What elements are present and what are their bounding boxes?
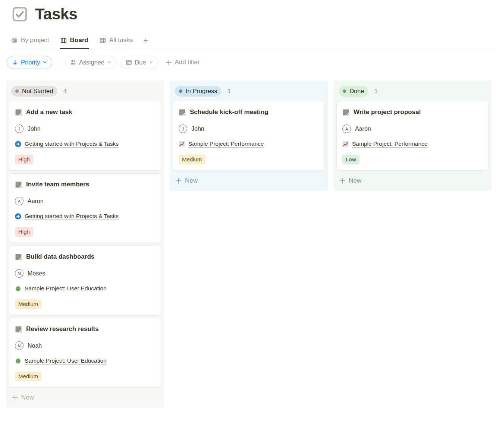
status-dot-icon	[179, 89, 182, 93]
page-icon	[15, 181, 22, 188]
page-title[interactable]: Tasks	[35, 5, 77, 23]
priority-row: High	[15, 227, 155, 237]
add-filter-label: Add filter	[175, 59, 200, 66]
card-title-row: Schedule kick-off meeting	[179, 107, 319, 117]
project-link[interactable]: Getting started with Projects & Tasks	[25, 213, 119, 220]
plus-icon	[176, 178, 182, 184]
chart-increasing-icon	[342, 141, 349, 147]
project-link[interactable]: Sample Project: User Education	[25, 285, 107, 292]
new-task-label: New	[349, 177, 361, 184]
assignee-name: Noah	[28, 343, 42, 349]
tab-by-project[interactable]: By project	[10, 35, 50, 49]
priority-filter-label: Priority	[21, 59, 40, 66]
new-task-button[interactable]: New	[173, 173, 325, 188]
priority-row: Low	[342, 155, 483, 164]
view-tabs: By project Board All tasks +	[10, 35, 493, 49]
arrow-circle-icon	[15, 141, 21, 147]
board-column-not-started: Not Started 4 Add a new task J John Gett…	[6, 81, 164, 408]
priority-sort-pill[interactable]: Priority	[7, 56, 52, 69]
assignee-name: John	[191, 126, 204, 132]
arrow-down-icon	[12, 59, 18, 66]
project-row: Getting started with Projects & Tasks	[15, 213, 155, 220]
card-title-row: Invite team members	[15, 180, 155, 189]
assignee-filter-pill[interactable]: Assignee	[65, 56, 117, 69]
target-icon	[11, 37, 18, 44]
priority-tag: Medium	[179, 155, 205, 164]
task-card-write-project-proposal[interactable]: Write project proposal A Aaron Sample Pr…	[336, 101, 489, 171]
task-title: Schedule kick-off meeting	[190, 107, 269, 117]
card-list: Write project proposal A Aaron Sample Pr…	[336, 101, 489, 171]
priority-row: High	[15, 155, 155, 164]
project-row: Sample Project: User Education	[15, 285, 155, 292]
assignee-row: J John	[179, 124, 319, 133]
filter-bar: Priority Assignee Due Add filter	[7, 55, 499, 69]
card-list: Schedule kick-off meeting J John Sample …	[173, 101, 325, 171]
status-dot-icon	[343, 89, 346, 93]
checkbox-icon[interactable]	[11, 6, 28, 23]
page-icon	[15, 253, 22, 261]
table-icon	[100, 37, 106, 44]
green-apple-icon	[15, 285, 21, 292]
project-row: Sample Project: Performance	[342, 141, 483, 147]
tab-all-tasks[interactable]: All tasks	[99, 35, 134, 49]
add-filter-button[interactable]: Add filter	[166, 59, 200, 66]
card-title-row: Build data dashboards	[15, 252, 155, 262]
assignee-row: J John	[15, 124, 155, 133]
task-card-invite-team-members[interactable]: Invite team members A Aaron Getting star…	[9, 173, 161, 243]
task-card-add-a-new-task[interactable]: Add a new task J John Getting started wi…	[9, 101, 161, 171]
page-icon	[15, 326, 22, 333]
kanban-board: Not Started 4 Add a new task J John Gett…	[6, 81, 499, 408]
priority-row: Medium	[15, 372, 155, 381]
avatar: A	[15, 197, 23, 205]
task-card-review-research-results[interactable]: Review research results N Noah Sample Pr…	[9, 318, 161, 388]
task-card-build-data-dashboards[interactable]: Build data dashboards M Moses Sample Pro…	[9, 246, 161, 315]
tab-board[interactable]: Board	[60, 35, 89, 49]
priority-tag: High	[15, 155, 33, 164]
task-title: Build data dashboards	[26, 252, 94, 262]
project-link[interactable]: Sample Project: User Education	[25, 357, 107, 364]
due-filter-label: Due	[135, 59, 146, 66]
new-task-button[interactable]: New	[9, 390, 161, 405]
chart-increasing-icon	[179, 141, 185, 147]
plus-icon	[12, 395, 18, 401]
assignee-name: Aaron	[28, 198, 44, 205]
chevron-down-icon	[149, 60, 153, 64]
new-task-button[interactable]: New	[336, 173, 489, 188]
project-row: Sample Project: User Education	[15, 357, 155, 364]
priority-row: Medium	[179, 155, 319, 164]
avatar: M	[15, 269, 23, 278]
green-apple-icon	[15, 358, 21, 364]
assignee-filter-label: Assignee	[79, 59, 104, 66]
column-count: 1	[227, 88, 230, 95]
status-pill[interactable]: Done	[339, 86, 368, 97]
new-task-label: New	[21, 394, 34, 401]
column-count: 4	[63, 88, 66, 95]
page-icon	[342, 109, 349, 116]
status-label: Done	[349, 88, 364, 95]
project-link[interactable]: Sample Project: Performance	[352, 141, 427, 147]
due-filter-pill[interactable]: Due	[120, 56, 158, 69]
column-header: Done 1	[336, 83, 489, 101]
assignee-row: N Noah	[15, 341, 155, 350]
priority-tag: Medium	[15, 299, 41, 309]
status-pill[interactable]: Not Started	[11, 86, 57, 97]
project-link[interactable]: Sample Project: Performance	[188, 141, 264, 147]
project-row: Sample Project: Performance	[179, 141, 319, 147]
tab-label: By project	[21, 37, 49, 44]
priority-tag: Medium	[15, 372, 41, 381]
status-label: In Progress	[186, 88, 217, 95]
avatar: J	[179, 124, 187, 133]
card-title-row: Review research results	[15, 324, 155, 334]
priority-row: Medium	[15, 299, 155, 309]
add-view-button[interactable]: +	[143, 36, 150, 49]
task-card-schedule-kick-off-meeting[interactable]: Schedule kick-off meeting J John Sample …	[173, 101, 325, 171]
project-link[interactable]: Getting started with Projects & Tasks	[25, 141, 119, 147]
task-title: Add a new task	[26, 107, 72, 117]
page-header: Tasks	[0, 0, 499, 23]
status-pill[interactable]: In Progress	[175, 86, 221, 97]
tab-label: All tasks	[109, 37, 133, 44]
calendar-icon	[126, 59, 132, 66]
avatar: N	[15, 341, 23, 350]
board-column-done: Done 1 Write project proposal A Aaron Sa…	[333, 81, 492, 191]
board-icon	[60, 37, 67, 44]
